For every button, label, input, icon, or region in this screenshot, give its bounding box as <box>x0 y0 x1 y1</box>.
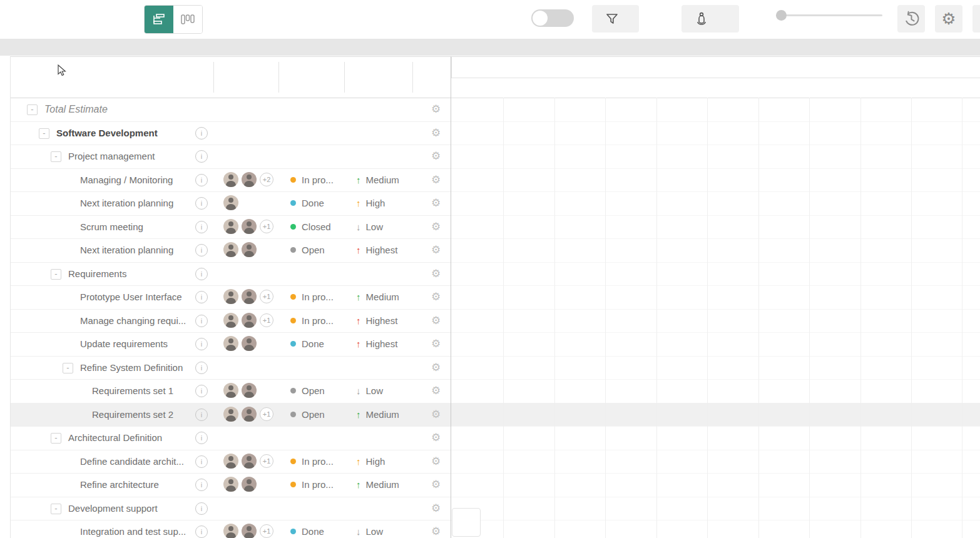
row-settings-icon[interactable]: ⚙ <box>431 168 441 192</box>
info-icon[interactable]: i <box>195 362 208 374</box>
avatar[interactable] <box>242 172 257 187</box>
people-button[interactable] <box>681 5 739 33</box>
table-row[interactable]: -Development supporti⚙ <box>11 497 451 521</box>
row-settings-icon[interactable]: ⚙ <box>431 145 441 168</box>
column-header-assigned[interactable] <box>213 57 278 98</box>
avatar[interactable] <box>223 407 238 422</box>
info-icon[interactable]: i <box>195 315 208 327</box>
collapse-table-button[interactable] <box>452 508 481 537</box>
collapse-toggle[interactable]: - <box>39 128 49 139</box>
avatar[interactable] <box>223 336 238 351</box>
avatar[interactable] <box>242 524 257 538</box>
info-icon[interactable]: i <box>195 455 208 468</box>
zoom-slider-knob[interactable] <box>776 10 787 21</box>
row-settings-icon[interactable]: ⚙ <box>431 121 441 145</box>
avatar[interactable] <box>242 219 257 234</box>
status-cell[interactable]: In pro... <box>290 473 334 497</box>
table-row[interactable]: Integration and test sup...i+1Done↓Low⚙ <box>11 520 451 538</box>
avatar[interactable] <box>223 172 238 187</box>
row-settings-icon[interactable]: ⚙ <box>431 262 441 286</box>
priority-cell[interactable]: ↑Highest <box>356 238 397 262</box>
table-row[interactable]: Prototype User Interfacei+1In pro...↑Med… <box>11 285 451 310</box>
collapse-toggle[interactable]: - <box>63 363 73 373</box>
priority-cell[interactable]: ↑High <box>356 450 385 474</box>
info-icon[interactable]: i <box>195 174 208 186</box>
avatar[interactable] <box>242 336 257 351</box>
row-settings-icon[interactable]: ⚙ <box>431 98 441 121</box>
info-icon[interactable]: i <box>195 409 208 421</box>
board-view-button[interactable] <box>173 6 202 33</box>
row-settings-icon[interactable]: ⚙ <box>431 356 441 380</box>
filter-button[interactable] <box>592 5 639 33</box>
status-cell[interactable]: In pro... <box>290 309 334 333</box>
column-header-status[interactable] <box>278 57 344 98</box>
zoom-slider[interactable] <box>776 14 882 16</box>
table-row[interactable]: Manage changing requi...i+1In pro...↑Hig… <box>11 309 451 333</box>
status-cell[interactable]: Done <box>290 332 324 356</box>
row-settings-icon[interactable]: ⚙ <box>431 473 441 497</box>
avatar[interactable] <box>242 407 257 422</box>
table-row[interactable]: Define candidate archit...i+1In pro...↑H… <box>11 450 451 474</box>
avatar[interactable] <box>223 454 238 469</box>
info-icon[interactable]: i <box>195 221 208 233</box>
info-icon[interactable]: i <box>195 127 208 140</box>
table-row[interactable]: Next iteration planningiOpen↑Highest⚙ <box>11 238 451 263</box>
priority-cell[interactable]: ↑Highest <box>356 332 397 356</box>
row-settings-icon[interactable]: ⚙ <box>431 215 441 239</box>
collapse-toggle[interactable]: - <box>51 504 61 514</box>
avatar[interactable] <box>242 454 257 469</box>
priority-cell[interactable]: ↑High <box>356 191 385 215</box>
row-settings-icon[interactable]: ⚙ <box>431 403 441 427</box>
priority-cell[interactable]: ↑Medium <box>356 403 399 427</box>
table-row[interactable]: Update requirementsiDone↑Highest⚙ <box>11 332 451 357</box>
column-header-priority[interactable] <box>344 57 412 98</box>
info-icon[interactable]: i <box>195 502 208 515</box>
avatar[interactable] <box>223 289 238 304</box>
status-cell[interactable]: Open <box>290 403 325 427</box>
status-cell[interactable]: In pro... <box>290 168 334 192</box>
status-cell[interactable]: Done <box>290 520 324 538</box>
column-header-task-name[interactable] <box>11 57 213 98</box>
table-row[interactable]: -Refine System Definitioni⚙ <box>11 356 451 380</box>
row-settings-icon[interactable]: ⚙ <box>431 379 441 403</box>
avatar[interactable] <box>223 524 238 538</box>
table-row[interactable]: -Project managementi⚙ <box>11 145 451 169</box>
priority-cell[interactable]: ↑Medium <box>356 285 399 309</box>
history-button[interactable] <box>897 5 925 33</box>
priority-cell[interactable]: ↑Highest <box>356 309 397 333</box>
avatar[interactable] <box>242 289 257 304</box>
partial-toolbar-button[interactable] <box>972 5 980 33</box>
priority-cell[interactable]: ↑Medium <box>356 168 399 192</box>
status-cell[interactable]: Open <box>290 379 325 403</box>
status-cell[interactable]: Closed <box>290 215 331 239</box>
row-settings-icon[interactable]: ⚙ <box>431 332 441 356</box>
priority-cell[interactable]: ↓Low <box>356 520 383 538</box>
info-icon[interactable]: i <box>195 244 208 256</box>
avatar[interactable] <box>223 242 238 257</box>
row-settings-icon[interactable]: ⚙ <box>431 309 441 333</box>
row-settings-icon[interactable]: ⚙ <box>431 497 441 520</box>
info-icon[interactable]: i <box>195 150 208 163</box>
table-row[interactable]: -Architectural Definitioni⚙ <box>11 426 451 450</box>
info-icon[interactable]: i <box>195 197 208 210</box>
info-icon[interactable]: i <box>195 432 208 444</box>
collapse-toggle[interactable]: - <box>51 151 61 162</box>
row-settings-icon[interactable]: ⚙ <box>431 520 441 538</box>
collapse-toggle[interactable]: - <box>51 269 61 280</box>
info-icon[interactable]: i <box>195 291 208 303</box>
status-cell[interactable]: Open <box>290 238 325 262</box>
table-row[interactable]: Next iteration planningiDone↑High⚙ <box>11 191 451 216</box>
status-cell[interactable]: Done <box>290 191 324 215</box>
avatar[interactable] <box>223 477 238 492</box>
row-settings-icon[interactable]: ⚙ <box>431 285 441 309</box>
avatar[interactable] <box>223 195 238 210</box>
settings-button[interactable]: ⚙ <box>935 5 962 33</box>
info-icon[interactable]: i <box>195 385 208 397</box>
table-row[interactable]: -Total Estimate⚙ <box>11 98 451 122</box>
gantt-view-button[interactable] <box>145 6 173 33</box>
priority-cell[interactable]: ↓Low <box>356 379 383 403</box>
info-icon[interactable]: i <box>195 479 208 491</box>
table-row[interactable]: Requirements set 2i+1Open↑Medium⚙ <box>11 403 451 427</box>
add-column-button[interactable] <box>412 57 451 98</box>
row-settings-icon[interactable]: ⚙ <box>431 238 441 262</box>
